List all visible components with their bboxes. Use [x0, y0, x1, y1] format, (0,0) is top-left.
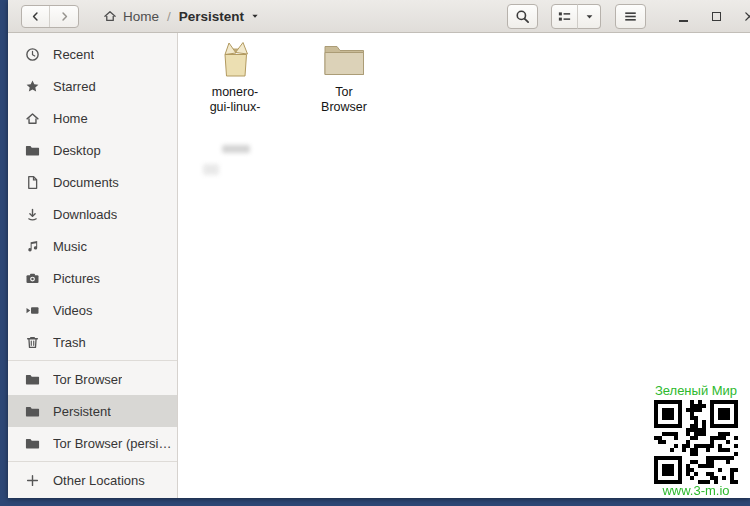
- breadcrumb-home-label: Home: [123, 9, 159, 24]
- sidebar-item-recent[interactable]: Recent: [8, 38, 177, 70]
- sidebar-separator: [8, 461, 177, 462]
- folder-icon: [25, 372, 40, 387]
- download-icon: [25, 207, 40, 222]
- camera-icon: [25, 271, 40, 286]
- sidebar-item-trash[interactable]: Trash: [8, 326, 177, 358]
- folder-icon: [25, 143, 40, 158]
- close-button[interactable]: [739, 5, 750, 27]
- menu-button[interactable]: [615, 4, 646, 29]
- toolbar-actions: [507, 4, 750, 29]
- breadcrumb: Home / Persistent: [103, 9, 260, 24]
- sidebar-item-downloads[interactable]: Downloads: [8, 198, 177, 230]
- folder-icon: [25, 404, 40, 419]
- chevron-down-icon: [250, 11, 260, 21]
- video-camera-icon: [25, 303, 40, 318]
- redacted-filename-blur: [203, 164, 219, 175]
- sidebar-item-label: Recent: [53, 47, 94, 62]
- folder-icon: [25, 436, 40, 451]
- header-bar: Home / Persistent: [8, 0, 750, 33]
- list-view-icon: [557, 9, 572, 24]
- home-icon: [103, 9, 117, 23]
- sidebar-item-persistent[interactable]: Persistent: [8, 395, 177, 427]
- sidebar-item-label: Trash: [53, 335, 86, 350]
- list-view-button[interactable]: [551, 4, 578, 29]
- sidebar-item-videos[interactable]: Videos: [8, 294, 177, 326]
- view-options-dropdown[interactable]: [577, 4, 601, 29]
- hamburger-menu-icon: [623, 9, 638, 24]
- sidebar-item-label: Documents: [53, 175, 119, 190]
- breadcrumb-home[interactable]: Home: [103, 9, 159, 24]
- clock-icon: [25, 47, 40, 62]
- watermark-url: www.3-m.io: [647, 484, 745, 498]
- sidebar-item-label: Home: [53, 111, 88, 126]
- star-icon: [25, 79, 40, 94]
- redacted-filename-blur: [222, 145, 250, 153]
- sidebar-item-label: Tor Browser (persi…: [53, 436, 171, 451]
- file-manager-window: Home / Persistent: [8, 0, 750, 498]
- maximize-icon: [712, 12, 721, 21]
- close-icon: [743, 10, 750, 23]
- breadcrumb-current-label: Persistent: [179, 9, 244, 24]
- archive-icon: [213, 38, 257, 82]
- sidebar-item-label: Persistent: [53, 404, 111, 419]
- sidebar-item-label: Videos: [53, 303, 93, 318]
- window-content: Recent Starred Home Desktop Documents Do…: [8, 33, 750, 498]
- back-button[interactable]: [22, 6, 50, 27]
- sidebar-item-tor-browser[interactable]: Tor Browser: [8, 363, 177, 395]
- chevron-right-icon: [58, 10, 71, 23]
- sidebar-item-label: Other Locations: [53, 473, 145, 488]
- qr-code: [654, 400, 738, 484]
- file-list-area[interactable]: monero- gui-linux- Tor Browser Зеленый М…: [178, 33, 750, 498]
- sidebar-item-label: Downloads: [53, 207, 117, 222]
- sidebar-item-label: Tor Browser: [53, 372, 122, 387]
- sidebar-item-label: Desktop: [53, 143, 101, 158]
- breadcrumb-separator: /: [167, 9, 171, 24]
- search-button[interactable]: [507, 4, 538, 29]
- sidebar-item-documents[interactable]: Documents: [8, 166, 177, 198]
- forward-button[interactable]: [50, 6, 78, 27]
- sidebar-item-label: Music: [53, 239, 87, 254]
- document-icon: [25, 175, 40, 190]
- minimize-icon: [679, 20, 688, 22]
- sidebar-item-label: Pictures: [53, 271, 100, 286]
- sidebar-item-music[interactable]: Music: [8, 230, 177, 262]
- folder-icon: [322, 38, 366, 82]
- home-icon: [25, 111, 40, 126]
- trash-icon: [25, 335, 40, 350]
- file-name: Tor Browser: [321, 85, 367, 114]
- file-item-monero-archive[interactable]: monero- gui-linux-: [189, 38, 281, 114]
- sidebar-item-other-locations[interactable]: Other Locations: [8, 464, 177, 496]
- places-sidebar: Recent Starred Home Desktop Documents Do…: [8, 33, 178, 498]
- maximize-button[interactable]: [706, 5, 726, 27]
- sidebar-item-tor-browser-persistent[interactable]: Tor Browser (persi…: [8, 427, 177, 459]
- chevron-down-icon: [584, 11, 595, 22]
- sidebar-item-starred[interactable]: Starred: [8, 70, 177, 102]
- music-note-icon: [25, 239, 40, 254]
- window-controls: [660, 5, 750, 27]
- watermark-title: Зеленый Мир: [647, 383, 745, 399]
- sidebar-separator: [8, 360, 177, 361]
- file-item-tor-browser-folder[interactable]: Tor Browser: [298, 38, 390, 114]
- file-name: monero- gui-linux-: [210, 85, 261, 114]
- sidebar-item-desktop[interactable]: Desktop: [8, 134, 177, 166]
- minimize-button[interactable]: [673, 5, 693, 27]
- breadcrumb-current[interactable]: Persistent: [179, 9, 260, 24]
- sidebar-item-pictures[interactable]: Pictures: [8, 262, 177, 294]
- search-icon: [515, 9, 530, 24]
- view-toggle-group: [551, 4, 601, 29]
- nav-buttons: [21, 5, 79, 28]
- sidebar-item-label: Starred: [53, 79, 96, 94]
- sidebar-item-home[interactable]: Home: [8, 102, 177, 134]
- plus-icon: [25, 473, 40, 488]
- watermark: Зеленый Мир www.3-m.io: [647, 383, 745, 498]
- chevron-left-icon: [29, 10, 42, 23]
